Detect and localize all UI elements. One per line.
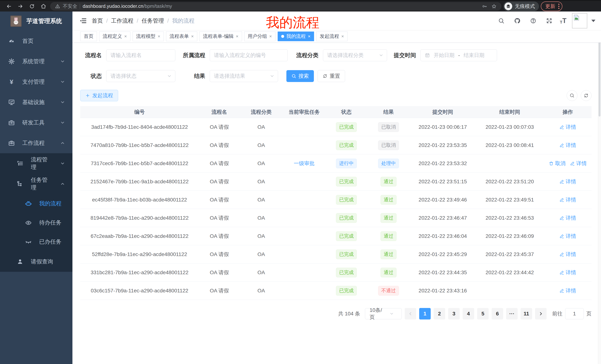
help-icon[interactable] (528, 16, 538, 26)
key-icon[interactable] (482, 4, 487, 9)
tab-user-group[interactable]: 用户分组× (244, 31, 275, 41)
next-page-button[interactable] (535, 308, 547, 319)
close-icon[interactable]: × (341, 34, 344, 38)
page-button-5[interactable]: 5 (477, 308, 489, 319)
table-search-toggle-button[interactable] (567, 90, 577, 101)
sidebar-item-todo-tasks[interactable]: 待办任务 (0, 213, 72, 232)
page-button-4[interactable]: 4 (463, 308, 474, 319)
detail-link[interactable]: 详情 (559, 178, 576, 185)
incognito-badge[interactable]: 无痕模式 (503, 1, 539, 11)
detail-link-label: 详情 (566, 124, 576, 131)
search-button[interactable]: 搜索 (286, 70, 314, 82)
breadcrumb-item-home[interactable]: 首页 (92, 17, 103, 25)
sidebar-item-task-mgmt[interactable]: 任务管理 (0, 174, 72, 194)
avatar[interactable] (572, 13, 595, 29)
page-button-1[interactable]: 1 (419, 308, 431, 319)
font-size-icon[interactable]: TT (560, 17, 566, 25)
page-button-2[interactable]: 2 (434, 308, 445, 319)
cell-name: OA 请假 (199, 142, 240, 149)
sidebar-item-system[interactable]: 系统管理 (0, 51, 72, 72)
broken-image-icon (572, 13, 587, 29)
sidebar-item-process-mgmt[interactable]: 流程管理 (0, 153, 72, 174)
table-refresh-button[interactable] (581, 90, 591, 101)
reset-button[interactable]: 重置 (318, 70, 345, 82)
back-button[interactable] (4, 1, 14, 11)
sidebar-item-infra[interactable]: 基础设施 (0, 92, 72, 112)
close-icon[interactable]: × (269, 34, 272, 38)
owner-process-input[interactable] (210, 49, 288, 61)
forward-button[interactable] (16, 1, 25, 11)
plus-icon (85, 93, 90, 98)
search-icon[interactable] (496, 16, 506, 26)
star-icon[interactable] (491, 4, 497, 9)
create-process-button[interactable]: 发起流程 (80, 90, 118, 101)
sidebar-item-home[interactable]: 首页 (0, 31, 72, 51)
close-icon[interactable]: × (308, 34, 311, 38)
task-link[interactable]: 一级审批 (294, 160, 315, 167)
tab-start-process[interactable]: 发起流程× (316, 31, 348, 41)
detail-link[interactable]: 详情 (559, 142, 576, 149)
browser-menu-icon[interactable] (558, 4, 559, 9)
submit-time-range-input[interactable]: 开始日期 - 结束日期 (421, 49, 497, 61)
cell-name: OA 请假 (199, 269, 240, 276)
sidebar-item-done-tasks[interactable]: 已办任务 (0, 232, 72, 251)
owner-process-label: 所属流程 (175, 52, 210, 59)
detail-link[interactable]: 详情 (559, 124, 576, 131)
sidebar-item-my-process[interactable]: 我的流程 (0, 194, 72, 213)
page-button-11[interactable]: 11 (521, 308, 532, 319)
update-button[interactable]: 更新 (541, 1, 562, 11)
tab-process-form-edit[interactable]: 流程表单-编辑× (200, 31, 242, 41)
url-bar[interactable]: 不安全 dashboard.yudao.iocoder.cn/bpm/task/… (50, 2, 501, 10)
tab-process-definition[interactable]: 流程定义× (99, 31, 130, 41)
chevron-down-icon (60, 100, 65, 105)
tab-home[interactable]: 首页 (80, 31, 97, 41)
detail-link[interactable]: 详情 (559, 251, 576, 258)
breadcrumb-item-task-mgmt[interactable]: 任务管理 (142, 17, 164, 25)
cancel-link[interactable]: 取消 (549, 160, 566, 167)
collapse-sidebar-button[interactable] (77, 15, 89, 27)
breadcrumb-item-workflow[interactable]: 工作流程 (111, 17, 133, 25)
close-icon[interactable]: × (236, 34, 239, 38)
status-select[interactable]: 请选择状态 (106, 70, 175, 82)
page-size-select[interactable]: 10条/页 (365, 308, 402, 319)
process-name-input[interactable] (106, 49, 175, 61)
chevron-down-icon[interactable] (591, 20, 595, 22)
sidebar-item-leave-query[interactable]: 请假查询 (0, 251, 72, 272)
reload-button[interactable] (27, 1, 37, 11)
detail-link[interactable]: 详情 (559, 287, 576, 294)
detail-link[interactable]: 详情 (559, 196, 576, 203)
total-count: 共 104 条 (338, 310, 360, 317)
close-icon[interactable]: × (191, 34, 194, 38)
status-badge: 进行中 (336, 159, 357, 168)
result-select[interactable]: 请选择流结果 (210, 70, 278, 82)
fullscreen-icon[interactable] (544, 16, 554, 26)
home-button[interactable] (39, 1, 48, 11)
app-logo[interactable]: 芋道管理系统 (0, 11, 72, 31)
sidebar-item-devtools[interactable]: 研发工具 (0, 112, 72, 133)
tab-my-process[interactable]: 我的流程× (278, 31, 314, 41)
sidebar-item-workflow[interactable]: 工作流程 (0, 133, 72, 153)
page-button-3[interactable]: 3 (448, 308, 460, 319)
detail-link[interactable]: 详情 (559, 269, 576, 276)
cell-name: OA 请假 (199, 160, 240, 167)
page-ellipsis[interactable]: ··· (506, 308, 518, 319)
github-icon[interactable] (512, 16, 522, 26)
detail-link[interactable]: 详情 (570, 160, 587, 167)
toolbox-icon (8, 119, 15, 126)
goto-page-input[interactable] (565, 308, 584, 319)
table-header: 编号 流程名 流程分类 当前审批任务 状态 结果 提交时间 结束时间 操作 (80, 106, 591, 118)
category-select[interactable]: 请选择流程分类 (323, 49, 387, 61)
page-button-6[interactable]: 6 (492, 308, 503, 319)
detail-link[interactable]: 详情 (559, 214, 576, 221)
detail-link[interactable]: 详情 (559, 233, 576, 240)
close-icon[interactable]: × (124, 34, 127, 38)
cell-end-time: 2022-01-23 00:07:03 (475, 124, 544, 130)
tab-process-model[interactable]: 流程模型× (133, 31, 164, 41)
close-icon[interactable]: × (158, 34, 160, 38)
table-row: 03c6c157-7b9a-11ec-a290-acde48001122 OA … (80, 282, 591, 300)
prev-page-button[interactable] (405, 308, 416, 319)
page-scrollbar[interactable] (598, 11, 601, 364)
sidebar-item-pay[interactable]: ¥ 支付管理 (0, 72, 72, 92)
tab-process-form[interactable]: 流程表单× (166, 31, 197, 41)
security-warning-icon[interactable] (55, 4, 60, 9)
